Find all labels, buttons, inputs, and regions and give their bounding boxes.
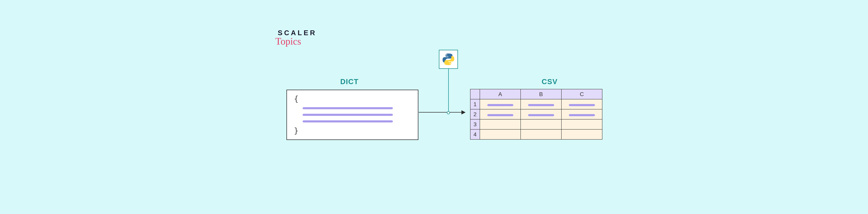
table-cell: [561, 99, 602, 109]
cell-content-bar: [528, 114, 554, 116]
table-row: 3: [470, 119, 602, 129]
arrow-right: [419, 112, 465, 112]
cell-content-bar: [528, 104, 554, 106]
cell-content-bar: [569, 114, 595, 116]
dict-label: DICT: [340, 77, 359, 86]
connector-node: [447, 111, 450, 114]
table-cell: [521, 119, 561, 129]
table-cell: [561, 129, 602, 139]
table-cell: [480, 109, 521, 119]
col-header: C: [561, 89, 602, 99]
csv-table: A B C 1 2 3 4: [470, 89, 602, 140]
cell-content-bar: [487, 104, 513, 106]
csv-label: CSV: [541, 77, 558, 86]
table-row: 2: [470, 109, 602, 119]
table-corner: [470, 89, 480, 99]
dict-content-line: [303, 120, 393, 122]
python-logo-box: [439, 50, 458, 69]
table-header-row: A B C: [470, 89, 602, 99]
table-cell: [480, 99, 521, 109]
logo-text-bottom: Topics: [275, 36, 314, 47]
col-header: A: [480, 89, 521, 99]
close-brace: }: [294, 127, 411, 135]
table-cell: [561, 119, 602, 129]
row-header: 1: [470, 99, 480, 109]
table-cell: [521, 99, 561, 109]
table-cell: [521, 129, 561, 139]
cell-content-bar: [569, 104, 595, 106]
row-header: 3: [470, 119, 480, 129]
open-brace: {: [294, 95, 411, 103]
dict-content-line: [303, 107, 393, 109]
table-row: 1: [470, 99, 602, 109]
dict-content-line: [303, 114, 393, 116]
scaler-topics-logo: SCALER Topics: [278, 29, 317, 47]
row-header: 4: [470, 129, 480, 139]
table-row: 4: [470, 129, 602, 139]
row-header: 2: [470, 109, 480, 119]
cell-content-bar: [487, 114, 513, 116]
dict-box: { }: [286, 90, 418, 140]
col-header: B: [521, 89, 561, 99]
python-icon: [442, 53, 455, 65]
connector-vertical: [448, 69, 449, 112]
table-cell: [480, 129, 521, 139]
table-cell: [561, 109, 602, 119]
table-cell: [521, 109, 561, 119]
table-cell: [480, 119, 521, 129]
diagram-canvas: SCALER Topics DICT CSV { } A B C 1: [278, 29, 764, 185]
